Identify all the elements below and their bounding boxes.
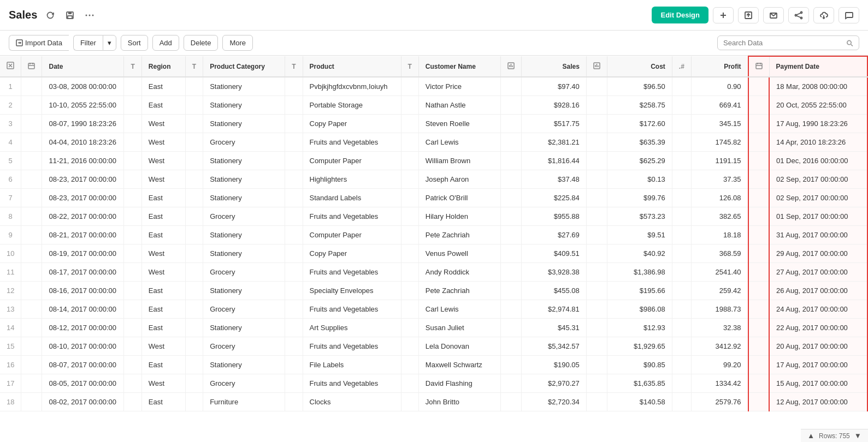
cell-customer-name: Pete Zachriah	[418, 226, 500, 244]
refresh-button[interactable]	[44, 9, 57, 22]
cell-region-type	[124, 393, 141, 411]
cell-product-cat-type	[185, 356, 203, 374]
cell-cost-icon	[586, 282, 607, 300]
more-options-button[interactable]	[83, 9, 96, 22]
th-product-category[interactable]: Product Category	[203, 56, 285, 77]
cell-payment-icon	[748, 393, 770, 411]
filter-dropdown-button[interactable]: ▾	[103, 35, 116, 51]
table-row: 17 08-05, 2017 00:00:00 West Grocery Fru…	[0, 374, 867, 393]
table-row: 18 08-02, 2017 00:00:00 East Furniture C…	[0, 393, 867, 411]
cell-payment-icon	[748, 300, 770, 319]
cell-sales-icon	[500, 300, 521, 319]
cell-product-cat-type	[185, 393, 203, 411]
th-payment-date[interactable]: Payment Date	[769, 56, 867, 77]
chat-button[interactable]	[839, 7, 859, 23]
cell-payment-icon	[748, 189, 770, 207]
add-icon-button[interactable]	[713, 7, 734, 23]
delete-button[interactable]: Delete	[184, 35, 219, 51]
cell-profit-type	[672, 115, 691, 133]
cell-customer-name: Susan Juliet	[418, 319, 500, 337]
cell-product-cat-type	[185, 263, 203, 282]
sort-button[interactable]: Sort	[121, 35, 148, 51]
th-customer-name[interactable]: Customer Name	[418, 56, 500, 77]
cell-product-cat-type	[185, 133, 203, 152]
cloud-button[interactable]	[813, 7, 834, 23]
th-cost[interactable]: Cost	[607, 56, 672, 77]
cell-product: Specialty Envelopes	[303, 282, 401, 300]
share-button[interactable]	[788, 7, 809, 23]
cell-sales-icon	[500, 207, 521, 226]
th-sales[interactable]: Sales	[521, 56, 586, 77]
th-region[interactable]: Region	[141, 56, 185, 77]
cell-date: 08-23, 2017 00:00:00	[42, 170, 124, 189]
cell-product-cat-type	[185, 226, 203, 244]
scroll-top-button[interactable]: ▲	[807, 432, 814, 432]
table-row: 4 04-04, 2010 18:23:26 West Grocery Frui…	[0, 133, 867, 152]
edit-design-button[interactable]: Edit Design	[652, 7, 708, 23]
app-title: Sales	[9, 9, 37, 21]
cell-cost-icon	[586, 207, 607, 226]
cell-product-type	[285, 244, 303, 263]
cell-cost: $258.75	[607, 96, 672, 115]
th-date[interactable]: Date	[42, 56, 124, 77]
th-product-type: T	[285, 56, 303, 77]
cell-date-icon	[21, 133, 42, 152]
save-button[interactable]	[63, 9, 76, 22]
upload-button[interactable]	[738, 7, 759, 23]
table-row: 10 08-19, 2017 00:00:00 West Stationery …	[0, 244, 867, 263]
header-right: Edit Design	[652, 7, 859, 23]
cell-product-category: Grocery	[203, 207, 285, 226]
cell-product: Computer Paper	[303, 226, 401, 244]
cell-date-icon	[21, 77, 42, 96]
cell-product-cat-type	[185, 189, 203, 207]
cell-region: East	[141, 282, 185, 300]
cell-sales-icon	[500, 96, 521, 115]
import-data-button[interactable]: Import Data	[9, 35, 69, 51]
row-number: 9	[0, 226, 21, 244]
th-profit[interactable]: Profit	[691, 56, 748, 77]
cell-customer-name: David Flashing	[418, 374, 500, 393]
more-button[interactable]: More	[222, 35, 253, 51]
cell-profit: 1988.73	[691, 300, 748, 319]
table-header-row: Date T Region T Product Category T Produ…	[0, 56, 867, 77]
cell-profit-type	[672, 393, 691, 411]
filter-button[interactable]: Filter	[73, 35, 103, 51]
row-number: 7	[0, 189, 21, 207]
cell-region-type	[124, 226, 141, 244]
cell-region-type	[124, 133, 141, 152]
cell-region: East	[141, 96, 185, 115]
cell-profit: 259.42	[691, 282, 748, 300]
cell-customer-name: Pete Zachriah	[418, 282, 500, 300]
cell-customer-type	[401, 96, 418, 115]
cell-payment-icon	[748, 263, 770, 282]
cell-product: Computer Paper	[303, 152, 401, 170]
cell-product-type	[285, 170, 303, 189]
cell-customer-name: William Brown	[418, 152, 500, 170]
cell-cost-icon	[586, 244, 607, 263]
table-row: 14 08-12, 2017 00:00:00 East Stationery …	[0, 319, 867, 337]
cell-cost-icon	[586, 356, 607, 374]
cell-date-icon	[21, 207, 42, 226]
cell-region: West	[141, 337, 185, 356]
cell-sales-icon	[500, 152, 521, 170]
th-product[interactable]: Product	[303, 56, 401, 77]
cell-region-type	[124, 300, 141, 319]
filter-button-group: Filter ▾	[73, 35, 116, 51]
cell-customer-type	[401, 393, 418, 411]
cell-cost: $99.76	[607, 189, 672, 207]
cell-product-type	[285, 300, 303, 319]
cell-customer-type	[401, 356, 418, 374]
email-button[interactable]	[763, 7, 784, 23]
cell-region: West	[141, 263, 185, 282]
search-input[interactable]	[723, 39, 843, 47]
cell-product-category: Grocery	[203, 133, 285, 152]
add-button[interactable]: Add	[152, 35, 179, 51]
cell-region-type	[124, 77, 141, 96]
scroll-bottom-button[interactable]: ▼	[854, 432, 861, 432]
table-row: 1 03-08, 2008 00:00:00 East Stationery P…	[0, 77, 867, 96]
cell-profit-type	[672, 133, 691, 152]
cell-profit-type	[672, 374, 691, 393]
cell-payment-date: 18 Mar, 2008 00:00:00	[769, 77, 867, 96]
cell-product-type	[285, 393, 303, 411]
cell-sales-icon	[500, 77, 521, 96]
